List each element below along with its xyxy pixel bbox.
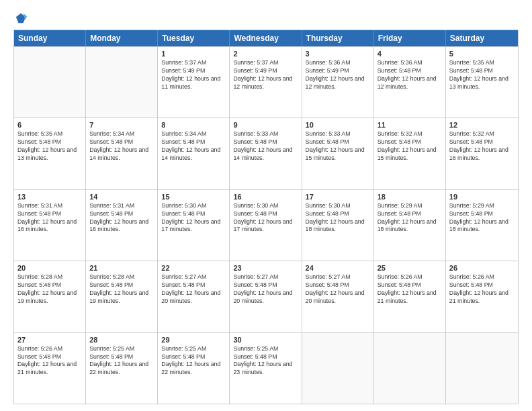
day-info: Sunrise: 5:26 AM Sunset: 5:48 PM Dayligh… <box>17 345 82 377</box>
day-info: Sunrise: 5:34 AM Sunset: 5:48 PM Dayligh… <box>161 130 226 163</box>
day-number: 22 <box>161 264 226 272</box>
cal-cell: 6Sunrise: 5:35 AM Sunset: 5:48 PM Daylig… <box>14 118 86 189</box>
calendar-page: SundayMondayTuesdayWednesdayThursdayFrid… <box>0 0 532 411</box>
cal-row-3: 13Sunrise: 5:31 AM Sunset: 5:48 PM Dayli… <box>14 189 518 261</box>
cal-row-4: 20Sunrise: 5:28 AM Sunset: 5:48 PM Dayli… <box>14 261 518 332</box>
cal-row-1: 1Sunrise: 5:37 AM Sunset: 5:49 PM Daylig… <box>14 46 518 118</box>
cal-cell <box>374 333 446 404</box>
day-info: Sunrise: 5:31 AM Sunset: 5:48 PM Dayligh… <box>17 202 82 234</box>
day-info: Sunrise: 5:25 AM Sunset: 5:48 PM Dayligh… <box>233 345 298 377</box>
day-number: 4 <box>378 50 442 58</box>
cal-cell: 19Sunrise: 5:29 AM Sunset: 5:48 PM Dayli… <box>446 190 518 261</box>
cal-row-5: 27Sunrise: 5:26 AM Sunset: 5:48 PM Dayli… <box>14 332 518 404</box>
day-number: 28 <box>89 336 154 344</box>
cal-cell: 17Sunrise: 5:30 AM Sunset: 5:48 PM Dayli… <box>302 190 374 261</box>
day-info: Sunrise: 5:36 AM Sunset: 5:48 PM Dayligh… <box>378 59 442 91</box>
cal-cell: 25Sunrise: 5:26 AM Sunset: 5:48 PM Dayli… <box>374 261 446 332</box>
cal-cell: 24Sunrise: 5:27 AM Sunset: 5:48 PM Dayli… <box>302 261 374 332</box>
day-number: 19 <box>449 193 515 201</box>
day-info: Sunrise: 5:27 AM Sunset: 5:48 PM Dayligh… <box>306 273 370 306</box>
day-info: Sunrise: 5:37 AM Sunset: 5:49 PM Dayligh… <box>233 59 298 91</box>
cal-row-2: 6Sunrise: 5:35 AM Sunset: 5:48 PM Daylig… <box>14 118 518 189</box>
cal-cell <box>302 333 374 404</box>
day-info: Sunrise: 5:30 AM Sunset: 5:48 PM Dayligh… <box>233 202 298 234</box>
day-number: 8 <box>161 121 226 129</box>
col-header-thursday: Thursday <box>302 30 374 46</box>
logo-icon <box>15 12 27 24</box>
cal-cell: 28Sunrise: 5:25 AM Sunset: 5:48 PM Dayli… <box>86 333 158 404</box>
cal-cell: 21Sunrise: 5:28 AM Sunset: 5:48 PM Dayli… <box>86 261 158 332</box>
day-number: 18 <box>378 193 442 201</box>
cal-cell: 5Sunrise: 5:35 AM Sunset: 5:48 PM Daylig… <box>446 47 518 118</box>
day-info: Sunrise: 5:35 AM Sunset: 5:48 PM Dayligh… <box>449 59 515 91</box>
col-header-saturday: Saturday <box>446 30 518 46</box>
day-info: Sunrise: 5:35 AM Sunset: 5:48 PM Dayligh… <box>17 130 82 163</box>
cal-cell: 22Sunrise: 5:27 AM Sunset: 5:48 PM Dayli… <box>158 261 230 332</box>
day-info: Sunrise: 5:28 AM Sunset: 5:48 PM Dayligh… <box>17 273 82 306</box>
day-info: Sunrise: 5:32 AM Sunset: 5:48 PM Dayligh… <box>449 130 515 163</box>
day-info: Sunrise: 5:33 AM Sunset: 5:48 PM Dayligh… <box>233 130 298 163</box>
cal-cell: 26Sunrise: 5:26 AM Sunset: 5:48 PM Dayli… <box>446 261 518 332</box>
day-info: Sunrise: 5:25 AM Sunset: 5:48 PM Dayligh… <box>89 345 154 377</box>
cal-cell <box>446 333 518 404</box>
calendar: SundayMondayTuesdayWednesdayThursdayFrid… <box>13 30 519 404</box>
col-header-friday: Friday <box>374 30 446 46</box>
col-header-sunday: Sunday <box>14 30 86 46</box>
day-number: 6 <box>17 121 82 129</box>
day-info: Sunrise: 5:30 AM Sunset: 5:48 PM Dayligh… <box>161 202 226 234</box>
day-number: 27 <box>17 336 82 344</box>
cal-cell <box>86 47 158 118</box>
day-number: 26 <box>449 264 515 272</box>
day-info: Sunrise: 5:33 AM Sunset: 5:48 PM Dayligh… <box>306 130 370 163</box>
day-number: 24 <box>306 264 370 272</box>
cal-cell <box>14 47 86 118</box>
cal-cell: 1Sunrise: 5:37 AM Sunset: 5:49 PM Daylig… <box>158 47 230 118</box>
cal-cell: 8Sunrise: 5:34 AM Sunset: 5:48 PM Daylig… <box>158 118 230 189</box>
day-number: 11 <box>378 121 442 129</box>
day-info: Sunrise: 5:34 AM Sunset: 5:48 PM Dayligh… <box>89 130 154 163</box>
day-number: 23 <box>233 264 298 272</box>
day-info: Sunrise: 5:28 AM Sunset: 5:48 PM Dayligh… <box>89 273 154 306</box>
day-info: Sunrise: 5:29 AM Sunset: 5:48 PM Dayligh… <box>378 202 442 234</box>
cal-cell: 9Sunrise: 5:33 AM Sunset: 5:48 PM Daylig… <box>230 118 302 189</box>
day-info: Sunrise: 5:30 AM Sunset: 5:48 PM Dayligh… <box>306 202 370 234</box>
day-info: Sunrise: 5:31 AM Sunset: 5:48 PM Dayligh… <box>89 202 154 234</box>
cal-cell: 13Sunrise: 5:31 AM Sunset: 5:48 PM Dayli… <box>14 190 86 261</box>
cal-cell: 30Sunrise: 5:25 AM Sunset: 5:48 PM Dayli… <box>230 333 302 404</box>
day-info: Sunrise: 5:29 AM Sunset: 5:48 PM Dayligh… <box>449 202 515 234</box>
cal-cell: 29Sunrise: 5:25 AM Sunset: 5:48 PM Dayli… <box>158 333 230 404</box>
calendar-body: 1Sunrise: 5:37 AM Sunset: 5:49 PM Daylig… <box>14 46 518 404</box>
col-header-tuesday: Tuesday <box>158 30 230 46</box>
day-info: Sunrise: 5:26 AM Sunset: 5:48 PM Dayligh… <box>378 273 442 306</box>
cal-cell: 4Sunrise: 5:36 AM Sunset: 5:48 PM Daylig… <box>374 47 446 118</box>
cal-cell: 10Sunrise: 5:33 AM Sunset: 5:48 PM Dayli… <box>302 118 374 189</box>
day-info: Sunrise: 5:25 AM Sunset: 5:48 PM Dayligh… <box>161 345 226 377</box>
cal-cell: 7Sunrise: 5:34 AM Sunset: 5:48 PM Daylig… <box>86 118 158 189</box>
day-number: 13 <box>17 193 82 201</box>
day-number: 9 <box>233 121 298 129</box>
day-info: Sunrise: 5:32 AM Sunset: 5:48 PM Dayligh… <box>378 130 442 163</box>
cal-cell: 15Sunrise: 5:30 AM Sunset: 5:48 PM Dayli… <box>158 190 230 261</box>
cal-cell: 20Sunrise: 5:28 AM Sunset: 5:48 PM Dayli… <box>14 261 86 332</box>
col-header-monday: Monday <box>86 30 158 46</box>
cal-cell: 23Sunrise: 5:27 AM Sunset: 5:48 PM Dayli… <box>230 261 302 332</box>
day-number: 12 <box>449 121 515 129</box>
day-info: Sunrise: 5:36 AM Sunset: 5:49 PM Dayligh… <box>306 59 370 91</box>
cal-cell: 12Sunrise: 5:32 AM Sunset: 5:48 PM Dayli… <box>446 118 518 189</box>
day-number: 17 <box>306 193 370 201</box>
day-number: 15 <box>161 193 226 201</box>
day-number: 21 <box>89 264 154 272</box>
logo <box>13 12 27 24</box>
header <box>13 12 519 24</box>
day-number: 2 <box>233 50 298 58</box>
day-number: 10 <box>306 121 370 129</box>
day-info: Sunrise: 5:27 AM Sunset: 5:48 PM Dayligh… <box>161 273 226 306</box>
cal-cell: 14Sunrise: 5:31 AM Sunset: 5:48 PM Dayli… <box>86 190 158 261</box>
day-number: 1 <box>161 50 226 58</box>
day-number: 16 <box>233 193 298 201</box>
day-info: Sunrise: 5:26 AM Sunset: 5:48 PM Dayligh… <box>449 273 515 306</box>
calendar-header: SundayMondayTuesdayWednesdayThursdayFrid… <box>14 30 518 46</box>
day-number: 14 <box>89 193 154 201</box>
day-number: 5 <box>449 50 515 58</box>
day-number: 30 <box>233 336 298 344</box>
